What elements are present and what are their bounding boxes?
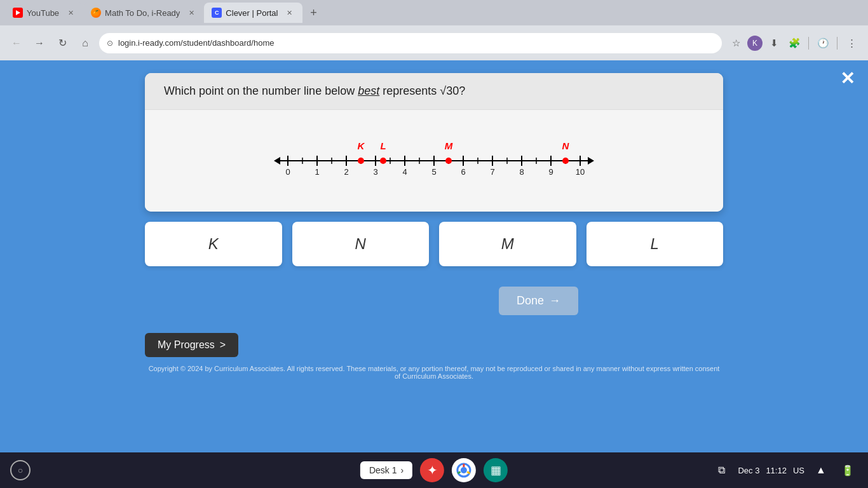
svg-text:K: K [358, 140, 365, 151]
new-tab-button[interactable]: + [305, 4, 323, 22]
extension-icon[interactable]: 🧩 [785, 34, 803, 52]
choice-n[interactable]: N [292, 222, 430, 266]
content-wrapper: Which point on the number line below bes… [0, 73, 868, 380]
main-content: ✕ Which point on the number line below b… [0, 60, 868, 452]
youtube-favicon-icon [13, 8, 23, 18]
menu-icon[interactable]: ⋮ [843, 34, 860, 52]
math-favicon-icon: 🍊 [91, 8, 101, 18]
svg-text:6: 6 [461, 167, 465, 177]
taskbar-battery-icon[interactable]: 🔋 [837, 460, 858, 480]
tab-clever-close-icon[interactable]: ✕ [285, 8, 295, 18]
tab-youtube[interactable]: YouTube ✕ [5, 3, 83, 23]
history-icon[interactable]: 🕐 [814, 34, 832, 52]
taskbar-screen-icon[interactable]: ⧉ [711, 460, 731, 480]
taskbar-meet-icon[interactable]: ▦ [484, 458, 508, 482]
number-line-area: 0 1 2 3 4 5 6 7 8 9 10 K L [145, 110, 723, 212]
profile-icon[interactable]: K [747, 36, 763, 51]
desk-button[interactable]: Desk 1 › [360, 461, 412, 479]
my-progress-label: My Progress [158, 339, 215, 351]
taskbar-chrome-icon[interactable] [452, 458, 476, 482]
number-line-svg: 0 1 2 3 4 5 6 7 8 9 10 K L [256, 129, 612, 193]
close-button[interactable]: ✕ [836, 67, 858, 90]
choice-k[interactable]: K [145, 222, 282, 266]
my-progress-arrow-icon: > [220, 339, 226, 351]
home-button[interactable]: ⌂ [76, 34, 94, 52]
svg-text:2: 2 [344, 167, 348, 177]
svg-text:N: N [562, 140, 570, 151]
choice-n-label: N [355, 235, 366, 253]
tab-clever-title: Clever | Portal [226, 8, 278, 18]
copyright-text: Copyright © 2024 by Curriculum Associate… [148, 365, 720, 380]
reload-button[interactable]: ↻ [53, 34, 71, 52]
svg-point-35 [358, 158, 364, 164]
svg-text:L: L [380, 140, 386, 151]
question-header: Which point on the number line below bes… [145, 73, 723, 110]
svg-text:10: 10 [576, 167, 585, 177]
svg-text:8: 8 [519, 167, 524, 177]
taskbar-app-red-icon[interactable]: ✦ [420, 458, 444, 482]
desk-label: Desk 1 [369, 465, 397, 475]
svg-marker-2 [588, 157, 594, 165]
question-text-suffix: represents √30? [379, 85, 465, 97]
taskbar-right: ⧉ Dec 3 11:12 US ▲ 🔋 [711, 460, 858, 480]
done-arrow-icon: → [549, 294, 560, 308]
tab-math-title: Math To Do, i-Ready [105, 8, 180, 18]
done-label: Done [517, 294, 544, 308]
svg-text:7: 7 [490, 167, 494, 177]
taskbar-time: 11:12 [766, 466, 787, 475]
choice-k-label: K [208, 235, 219, 253]
bookmark-icon[interactable]: ☆ [727, 34, 745, 52]
taskbar-center: Desk 1 › ✦ ▦ [360, 458, 508, 482]
tab-math[interactable]: 🍊 Math To Do, i-Ready ✕ [83, 3, 204, 23]
svg-point-37 [380, 158, 386, 164]
svg-text:4: 4 [402, 167, 407, 177]
svg-text:5: 5 [431, 167, 436, 177]
taskbar-region: US [793, 466, 804, 475]
svg-point-39 [445, 158, 452, 164]
svg-point-41 [562, 158, 569, 164]
svg-text:0: 0 [285, 167, 290, 177]
question-text-prefix: Which point on the number line below [164, 85, 358, 97]
svg-text:3: 3 [373, 167, 377, 177]
taskbar-left: ○ [10, 460, 31, 480]
choice-m[interactable]: M [439, 222, 576, 266]
nav-bar: ← → ↻ ⌂ ⊙ login.i-ready.com/student/dash… [0, 25, 868, 60]
question-card: Which point on the number line below bes… [145, 73, 723, 212]
my-progress-button[interactable]: My Progress > [145, 333, 238, 357]
nav-divider [808, 37, 809, 50]
address-bar[interactable]: ⊙ login.i-ready.com/student/dashboard/ho… [99, 33, 722, 53]
tab-math-close-icon[interactable]: ✕ [186, 8, 196, 18]
nav-right-icons: ☆ K ⬇ 🧩 🕐 ⋮ [727, 34, 860, 52]
question-text-bold: best [358, 85, 379, 97]
address-text: login.i-ready.com/student/dashboard/home [118, 38, 714, 48]
download-icon[interactable]: ⬇ [765, 34, 783, 52]
choice-m-label: M [501, 235, 514, 253]
svg-point-45 [461, 467, 467, 473]
tab-youtube-title: YouTube [27, 8, 59, 18]
tab-clever[interactable]: C Clever | Portal ✕ [204, 3, 302, 23]
tab-youtube-close-icon[interactable]: ✕ [65, 8, 76, 18]
tab-bar: YouTube ✕ 🍊 Math To Do, i-Ready ✕ C Clev… [0, 0, 868, 25]
nav-divider-2 [837, 37, 837, 50]
taskbar-date: Dec 3 [738, 466, 759, 475]
taskbar-wifi-icon[interactable]: ▲ [811, 460, 831, 480]
choice-l-label: L [651, 235, 659, 253]
answer-choices: K N M L [145, 222, 723, 266]
desk-chevron-icon: › [400, 465, 403, 475]
svg-text:1: 1 [315, 167, 319, 177]
browser-chrome: YouTube ✕ 🍊 Math To Do, i-Ready ✕ C Clev… [0, 0, 868, 60]
svg-marker-1 [274, 157, 280, 165]
svg-text:M: M [445, 140, 453, 151]
address-security-icon: ⊙ [107, 39, 113, 48]
choice-l[interactable]: L [587, 222, 724, 266]
taskbar-circle-icon[interactable]: ○ [10, 460, 31, 480]
clever-favicon-icon: C [212, 8, 222, 18]
svg-text:9: 9 [548, 167, 553, 177]
forward-button[interactable]: → [31, 34, 48, 52]
back-button[interactable]: ← [8, 34, 25, 52]
taskbar: ○ Desk 1 › ✦ ▦ ⧉ Dec 3 11:1 [0, 452, 868, 488]
done-button[interactable]: Done → [499, 287, 578, 315]
